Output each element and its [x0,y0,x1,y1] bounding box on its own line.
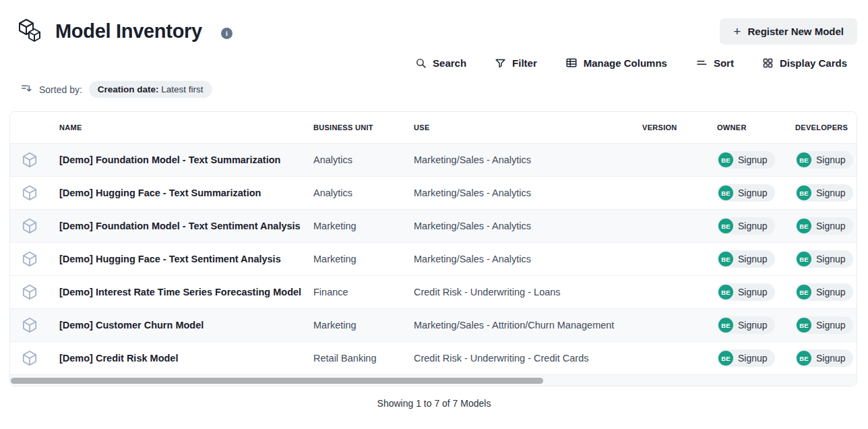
owner-cell: BESignup [717,184,795,202]
table-body: [Demo] Foundation Model - Text Summariza… [10,143,857,374]
owner-name: Signup [738,353,768,364]
developer-badge[interactable]: BESignup [795,283,853,301]
search-button[interactable]: Search [415,57,466,69]
page-header: Model Inventory i + Register New Model [0,0,868,45]
business-unit-cell: Marketing [313,320,414,331]
model-name-cell[interactable]: [Demo] Interest Rate Time Series Forecas… [59,287,313,297]
owner-badge[interactable]: BESignup [717,184,775,202]
model-cube-icon [10,349,59,367]
column-header-use: USE [414,123,642,132]
manage-columns-button[interactable]: Manage Columns [565,57,667,69]
model-cube-icon [10,217,59,235]
model-name-cell[interactable]: [Demo] Foundation Model - Text Summariza… [59,154,313,165]
filter-button[interactable]: Filter [495,57,537,69]
developer-name: Signup [816,320,846,331]
table-row[interactable]: [Demo] Foundation Model - Text Summariza… [10,143,857,176]
owner-avatar: BE [718,318,733,333]
business-unit-cell: Finance [313,287,414,297]
owner-badge[interactable]: BESignup [717,316,775,334]
filter-label: Filter [512,57,537,69]
model-cube-icon [10,184,59,202]
developer-name: Signup [816,188,846,198]
brand: Model Inventory i [16,18,232,45]
developers-cell: BESignup [795,250,857,268]
owner-avatar: BE [718,185,733,200]
owner-cell: BESignup [717,217,795,235]
register-new-model-button[interactable]: + Register New Model [720,18,857,45]
sort-field: Creation date: [98,84,159,94]
display-cards-button[interactable]: Display Cards [762,57,847,69]
use-cell: Credit Risk - Underwriting - Loans [414,287,642,297]
owner-avatar: BE [718,252,733,266]
model-name-cell[interactable]: [Demo] Foundation Model - Text Sentiment… [59,221,313,231]
pagination-status: Showing 1 to 7 of 7 Models [377,398,491,409]
column-header-name: NAME [59,123,313,132]
table-row[interactable]: [Demo] Credit Risk ModelRetail BankingCr… [10,341,857,374]
model-inventory-table: NAME BUSINESS UNIT USE VERSION OWNER DEV… [9,111,857,387]
owner-name: Signup [738,287,768,297]
use-cell: Marketing/Sales - Attrition/Churn Manage… [414,320,642,331]
register-button-label: Register New Model [747,26,844,37]
sort-label: Sort [714,57,734,69]
developers-cell: BESignup [795,184,857,202]
horizontal-scrollbar-thumb[interactable] [11,378,543,384]
business-unit-cell: Marketing [313,254,414,264]
owner-cell: BESignup [717,283,795,301]
owner-avatar: BE [718,351,733,366]
developer-name: Signup [816,154,846,165]
developer-badge[interactable]: BESignup [795,217,853,235]
owner-name: Signup [738,320,768,331]
developer-avatar: BE [797,219,811,233]
developer-badge[interactable]: BESignup [795,184,853,202]
model-cube-icon [10,283,59,301]
table-row[interactable]: [Demo] Interest Rate Time Series Forecas… [10,275,857,308]
table-row[interactable]: [Demo] Foundation Model - Text Sentiment… [10,209,857,242]
developer-name: Signup [816,221,846,231]
developers-cell: BESignup [795,349,857,367]
owner-badge[interactable]: BESignup [717,349,775,367]
developer-name: Signup [816,353,846,364]
business-unit-cell: Marketing [313,221,414,231]
sort-button[interactable]: Sort [695,57,734,69]
developer-name: Signup [816,287,846,297]
owner-name: Signup [738,254,768,264]
table-row[interactable]: [Demo] Hugging Face - Text Summarization… [10,176,857,209]
owner-badge[interactable]: BESignup [717,151,775,169]
developer-badge[interactable]: BESignup [795,250,853,268]
page-title: Model Inventory [55,20,202,42]
column-header-developers: DEVELOPERS [795,123,857,132]
table-row[interactable]: [Demo] Customer Churn ModelMarketingMark… [10,308,857,341]
developers-cell: BESignup [795,151,857,169]
owner-badge[interactable]: BESignup [717,250,775,268]
table-toolbar: Search Filter Manage Columns Sort [0,45,868,69]
info-icon[interactable]: i [221,28,232,39]
manage-columns-label: Manage Columns [584,57,667,69]
developer-avatar: BE [797,152,811,167]
owner-badge[interactable]: BESignup [717,283,775,301]
developer-badge[interactable]: BESignup [795,349,853,367]
developers-cell: BESignup [795,283,857,301]
sort-icon [695,57,708,69]
model-name-cell[interactable]: [Demo] Hugging Face - Text Sentiment Ana… [59,254,313,264]
column-header-version: VERSION [642,123,717,132]
business-unit-cell: Retail Banking [313,353,414,364]
developer-badge[interactable]: BESignup [795,316,853,334]
sort-criteria-chip[interactable]: Creation date: Latest first [89,81,212,98]
sorted-by-label: Sorted by: [39,84,82,95]
table-header-row: NAME BUSINESS UNIT USE VERSION OWNER DEV… [10,112,857,143]
use-cell: Marketing/Sales - Analytics [414,221,642,231]
developer-avatar: BE [797,318,811,333]
model-name-cell[interactable]: [Demo] Hugging Face - Text Summarization [59,188,313,198]
developer-badge[interactable]: BESignup [795,151,853,169]
model-name-cell[interactable]: [Demo] Credit Risk Model [59,353,313,364]
sort-value: Latest first [159,84,204,94]
model-name-cell[interactable]: [Demo] Customer Churn Model [59,320,313,331]
sorted-by-label-wrap: Sorted by: [20,82,82,96]
model-cube-icon [10,250,59,268]
manage-columns-icon [565,57,578,69]
developers-cell: BESignup [795,217,857,235]
table-row[interactable]: [Demo] Hugging Face - Text Sentiment Ana… [10,242,857,275]
model-inventory-cubes-icon [16,18,43,45]
owner-badge[interactable]: BESignup [717,217,775,235]
horizontal-scrollbar-track[interactable] [10,374,857,386]
